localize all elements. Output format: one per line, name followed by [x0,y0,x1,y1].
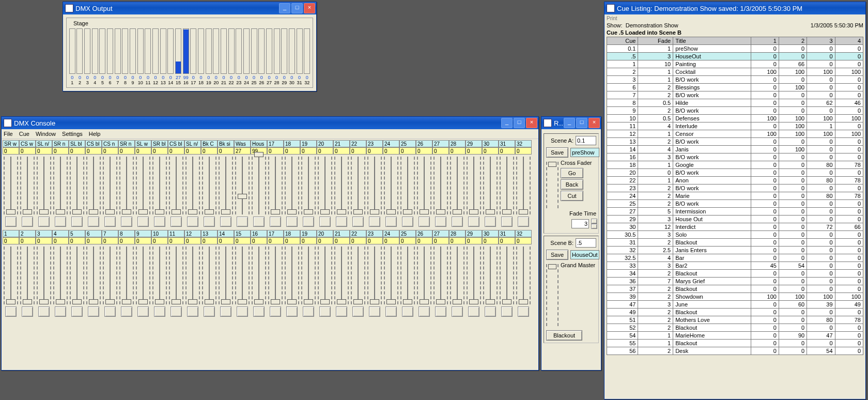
channel-fader[interactable] [69,244,85,317]
blackout-button[interactable]: Blackout [546,330,582,341]
channel-fader[interactable] [3,244,19,317]
bump-button[interactable] [104,217,116,227]
channel-fader[interactable] [184,244,201,317]
cue-row[interactable]: 132B/O work0000 [607,138,863,146]
bump-button[interactable] [154,217,165,227]
bump-button[interactable] [385,217,397,227]
channel-fader[interactable] [466,155,482,227]
dmx-output-titlebar[interactable]: DMX Output _ □ × [63,2,316,14]
bump-button[interactable] [204,306,215,317]
cue-col-header[interactable]: Title [673,37,751,45]
channel-fader[interactable] [416,244,432,317]
cue-row[interactable]: 293House Out0000 [607,216,863,223]
bump-button[interactable] [468,217,479,227]
channel-fader[interactable] [284,155,300,227]
channel-fader[interactable] [350,155,366,227]
cue-row[interactable]: 72B/O work0000 [607,91,863,99]
back-button[interactable]: Back [561,179,583,190]
bump-button[interactable] [88,306,99,317]
cue-row[interactable]: 32.54Bar0000 [607,254,863,262]
cross-fader-slider[interactable] [546,162,559,208]
bump-button[interactable] [171,306,182,317]
channel-fader[interactable] [482,244,499,317]
cue-row[interactable]: 372Blackout0000 [607,285,863,293]
channel-fader[interactable] [19,244,36,317]
maximize-button[interactable]: □ [514,118,525,128]
cue-row[interactable]: 492Blackout0000 [607,309,863,316]
channel-fader[interactable] [218,244,234,317]
bump-button[interactable] [485,306,496,317]
bump-button[interactable] [286,306,298,317]
bump-button[interactable] [220,217,231,227]
bump-button[interactable] [352,306,364,317]
channel-fader[interactable] [284,244,300,317]
cue-col-header[interactable]: 3 [807,37,835,45]
cue-row[interactable]: 21Cocktail100100100100 [607,68,863,76]
channel-fader[interactable] [350,244,366,317]
cue-row[interactable]: 392Showdown100100100100 [607,293,863,301]
channel-fader[interactable] [449,155,466,227]
channel-fader[interactable] [300,155,317,227]
scene-a-name[interactable] [570,148,599,157]
bump-button[interactable] [485,217,496,227]
bump-button[interactable] [187,306,198,317]
channel-fader[interactable] [333,244,350,317]
scene-a-value[interactable] [576,136,596,145]
bump-button[interactable] [71,306,83,317]
cue-row[interactable]: 333Bar2455400 [607,262,863,270]
bump-button[interactable] [154,306,165,317]
menu-help[interactable]: Help [89,131,101,137]
bump-button[interactable] [501,306,513,317]
scene-b-name[interactable] [570,250,599,259]
channel-fader[interactable] [69,155,85,227]
bump-button[interactable] [435,217,446,227]
bump-button[interactable] [71,217,83,227]
cue-row[interactable]: 31B/O work0000 [607,76,863,84]
bump-button[interactable] [171,217,182,227]
bump-button[interactable] [38,217,50,227]
cue-row[interactable]: 114Interlude010010 [607,122,863,130]
bump-button[interactable] [187,217,198,227]
cue-row[interactable]: 121Censor100100100100 [607,130,863,138]
cue-col-header[interactable]: 1 [751,37,779,45]
channel-fader[interactable] [85,244,102,317]
cue-row[interactable]: 100.5Defenses100100100100 [607,115,863,122]
bump-button[interactable] [352,217,364,227]
bump-button[interactable] [501,217,513,227]
channel-fader[interactable] [383,244,399,317]
channel-fader[interactable] [135,244,151,317]
menu-window[interactable]: Window [36,131,56,137]
dmx-console-titlebar[interactable]: DMX Console _ □ × [2,117,538,129]
bump-button[interactable] [22,306,33,317]
bump-button[interactable] [452,217,463,227]
close-button[interactable]: × [304,3,315,13]
cue-row[interactable]: 512Mothers Love008078 [607,316,863,324]
bump-button[interactable] [319,306,331,317]
cue-row[interactable]: .53HouseOut0000 [607,53,863,60]
channel-fader[interactable] [482,155,499,227]
bump-button[interactable] [402,217,413,227]
channel-fader[interactable] [218,155,234,227]
grand-master-slider[interactable] [546,264,559,326]
cue-row[interactable]: 312Blackout0000 [607,239,863,247]
channel-fader[interactable] [19,155,36,227]
cue-row[interactable]: 275Intermission0000 [607,208,863,216]
channel-fader[interactable] [317,155,333,227]
bump-button[interactable] [38,306,50,317]
channel-fader[interactable] [135,155,151,227]
minimize-button[interactable]: _ [501,118,513,128]
channel-fader[interactable] [515,155,532,227]
bump-button[interactable] [419,306,430,317]
channel-fader[interactable] [416,155,432,227]
cue-row[interactable]: 62Blessings010000 [607,84,863,91]
cue-row[interactable]: 92B/O work0000 [607,107,863,115]
channel-fader[interactable] [102,244,118,317]
cue-col-header[interactable]: Cue [607,37,638,45]
channel-fader[interactable] [499,155,515,227]
bump-button[interactable] [88,217,99,227]
channel-fader[interactable] [432,155,449,227]
print-menu[interactable]: Print [607,16,863,21]
bump-button[interactable] [402,306,413,317]
bump-button[interactable] [220,306,231,317]
save-a-button[interactable]: Save [546,147,568,158]
